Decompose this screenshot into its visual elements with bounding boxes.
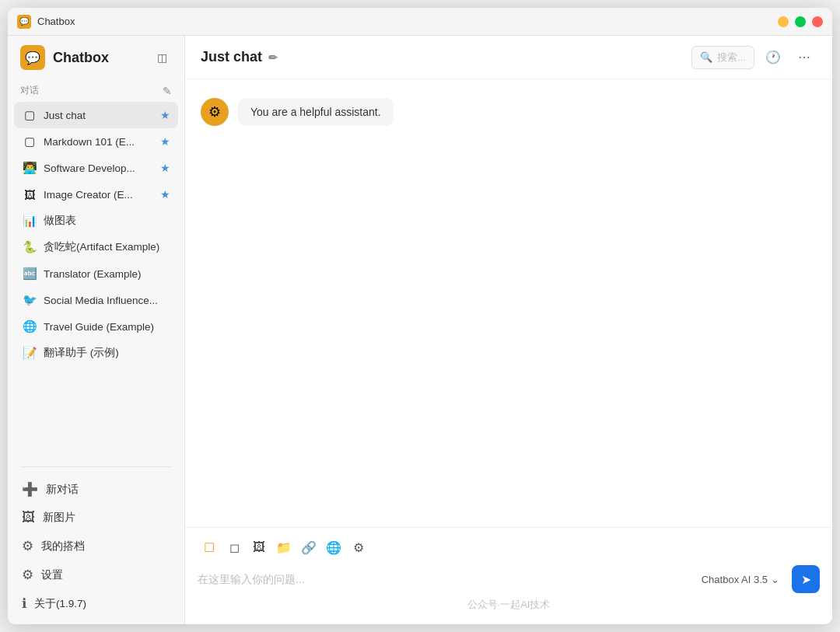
header-actions: 🔍 搜索... 🕐 ⋯ xyxy=(691,45,817,70)
sidebar-item-markdown[interactable]: ▢ Markdown 101 (E... ★ xyxy=(14,128,178,155)
sidebar-item-social-media[interactable]: 🐦 Social Media Influence... xyxy=(14,287,178,313)
snake-icon: 🐍 xyxy=(22,239,37,255)
travel-guide-label: Travel Guide (Example) xyxy=(44,321,170,333)
sidebar-section: 对话 ✎ xyxy=(8,79,184,100)
edit-title-icon[interactable]: ✏ xyxy=(268,51,278,64)
settings-button[interactable]: ⚙ 设置 xyxy=(14,560,178,589)
input-right-controls: Chatbox AI 3.5 ⌄ ➤ xyxy=(695,565,820,593)
sidebar-items-list: ▢ Just chat ★ ▢ Markdown 101 (E... ★ 👨‍💻… xyxy=(8,100,184,462)
sidebar-item-translate-cn[interactable]: 📝 翻译助手 (示例) xyxy=(14,340,178,366)
just-chat-star: ★ xyxy=(160,109,170,121)
search-box[interactable]: 🔍 搜索... xyxy=(691,46,754,69)
search-placeholder: 搜索... xyxy=(717,51,746,65)
new-image-button[interactable]: 🖼 新图片 xyxy=(14,504,178,532)
watermark: 公众号·一起AI技术 xyxy=(198,593,820,613)
system-avatar: ⚙ xyxy=(201,98,229,126)
image-icon: 🖼 xyxy=(253,540,265,554)
app-window: 💬 Chatbox — □ ✕ 💬 Chatbox ◫ 对话 ✎ xyxy=(8,8,832,624)
about-button[interactable]: ℹ 关于(1.9.7) xyxy=(14,589,178,618)
image-creator-icon: 🖼 xyxy=(22,187,37,202)
sidebar-item-image-creator[interactable]: 🖼 Image Creator (E... ★ xyxy=(14,181,178,208)
image-creator-star: ★ xyxy=(160,188,170,201)
model-label: Chatbox AI 3.5 xyxy=(702,574,768,585)
more-button[interactable]: ⋯ xyxy=(792,45,817,70)
toolbar-link-button[interactable]: 🔗 xyxy=(297,536,320,559)
toolbar-settings-icon: ⚙ xyxy=(353,540,364,555)
content-title-group: Just chat ✏ xyxy=(201,49,691,65)
chat-title: Just chat xyxy=(201,49,262,65)
sidebar-bottom: ➕ 新对话 🖼 新图片 ⚙ 我的搭档 ⚙ 设置 ℹ 关于(1.9.7) xyxy=(8,472,184,624)
toolbar-globe-button[interactable]: 🌐 xyxy=(322,536,345,559)
toolbar-emoji-button[interactable]: ☐ xyxy=(198,536,221,559)
sidebar: 💬 Chatbox ◫ 对话 ✎ ▢ Just chat ★ ▢ Markdow… xyxy=(8,36,185,624)
send-icon: ➤ xyxy=(801,572,811,587)
sidebar-divider xyxy=(20,466,172,467)
title-bar: 💬 Chatbox — □ ✕ xyxy=(8,8,832,36)
image-creator-label: Image Creator (E... xyxy=(44,189,154,201)
markdown-icon: ▢ xyxy=(22,134,37,149)
markdown-label: Markdown 101 (E... xyxy=(44,136,154,148)
sidebar-logo: 💬 xyxy=(20,45,45,70)
main-layout: 💬 Chatbox ◫ 对话 ✎ ▢ Just chat ★ ▢ Markdow… xyxy=(8,36,832,624)
sidebar-item-travel-guide[interactable]: 🌐 Travel Guide (Example) xyxy=(14,313,178,340)
sidebar-header: 💬 Chatbox ◫ xyxy=(8,36,184,79)
model-chevron-icon: ⌄ xyxy=(771,574,779,585)
title-bar-left: 💬 Chatbox xyxy=(17,15,778,29)
folder-icon: 📁 xyxy=(276,540,292,555)
new-chat-label: 新对话 xyxy=(46,483,79,497)
software-dev-label: Software Develop... xyxy=(44,162,154,174)
my-partner-button[interactable]: ⚙ 我的搭档 xyxy=(14,532,178,560)
translator-label: Translator (Example) xyxy=(44,268,170,280)
title-bar-text: Chatbox xyxy=(37,16,75,27)
settings-label: 设置 xyxy=(41,568,63,582)
new-chat-icon: ➕ xyxy=(22,481,38,498)
toolbar-settings-button[interactable]: ⚙ xyxy=(347,536,370,559)
new-conversation-icon[interactable]: ✎ xyxy=(163,85,172,97)
sidebar-item-translator[interactable]: 🔤 Translator (Example) xyxy=(14,260,178,287)
system-message: ⚙ You are a helpful assistant. xyxy=(201,98,817,126)
emoji-icon: ☐ xyxy=(204,540,215,555)
history-icon: 🕐 xyxy=(765,50,781,65)
charts-icon: 📊 xyxy=(22,213,37,229)
link-icon: 🔗 xyxy=(301,540,317,555)
sidebar-collapse-button[interactable]: ◫ xyxy=(152,47,172,68)
send-button[interactable]: ➤ xyxy=(792,565,820,593)
new-chat-button[interactable]: ➕ 新对话 xyxy=(14,475,178,504)
maximize-button[interactable]: □ xyxy=(795,16,806,27)
system-bubble: You are a helpful assistant. xyxy=(238,98,394,126)
content-area: Just chat ✏ 🔍 搜索... 🕐 ⋯ xyxy=(185,36,832,624)
social-media-icon: 🐦 xyxy=(22,292,37,308)
sidebar-item-snake[interactable]: 🐍 贪吃蛇(Artifact Example) xyxy=(14,234,178,260)
toolbar-image-button[interactable]: 🖼 xyxy=(247,536,271,559)
just-chat-icon: ▢ xyxy=(22,107,37,123)
minimize-button[interactable]: — xyxy=(778,16,789,27)
history-button[interactable]: 🕐 xyxy=(761,45,786,70)
new-image-icon: 🖼 xyxy=(22,510,35,526)
software-dev-star: ★ xyxy=(160,162,170,174)
system-message-text: You are a helpful assistant. xyxy=(250,106,381,118)
sidebar-item-software-dev[interactable]: 👨‍💻 Software Develop... ★ xyxy=(14,155,178,181)
more-icon: ⋯ xyxy=(798,50,810,65)
translate-cn-label: 翻译助手 (示例) xyxy=(44,346,170,360)
toolbar-eraser-button[interactable]: ◻ xyxy=(222,536,246,559)
window-controls: — □ ✕ xyxy=(778,16,823,27)
chat-area: ⚙ You are a helpful assistant. xyxy=(185,79,832,527)
input-toolbar: ☐ ◻ 🖼 📁 🔗 🌐 xyxy=(198,536,820,559)
translate-cn-icon: 📝 xyxy=(22,345,37,361)
conversations-label: 对话 xyxy=(20,84,39,97)
search-icon: 🔍 xyxy=(700,51,712,63)
snake-label: 贪吃蛇(Artifact Example) xyxy=(44,240,170,254)
model-selector[interactable]: Chatbox AI 3.5 ⌄ xyxy=(695,571,786,588)
my-partner-label: 我的搭档 xyxy=(41,539,85,553)
toolbar-folder-button[interactable]: 📁 xyxy=(272,536,296,559)
close-button[interactable]: ✕ xyxy=(812,16,823,27)
settings-icon: ⚙ xyxy=(22,567,33,583)
chat-input[interactable] xyxy=(198,571,688,590)
sidebar-item-just-chat[interactable]: ▢ Just chat ★ xyxy=(14,102,178,128)
watermark-text: 公众号·一起AI技术 xyxy=(467,599,551,610)
new-image-label: 新图片 xyxy=(43,511,75,525)
just-chat-label: Just chat xyxy=(44,110,154,121)
translator-icon: 🔤 xyxy=(22,266,37,281)
content-header: Just chat ✏ 🔍 搜索... 🕐 ⋯ xyxy=(185,36,832,79)
sidebar-item-charts[interactable]: 📊 做图表 xyxy=(14,208,178,234)
